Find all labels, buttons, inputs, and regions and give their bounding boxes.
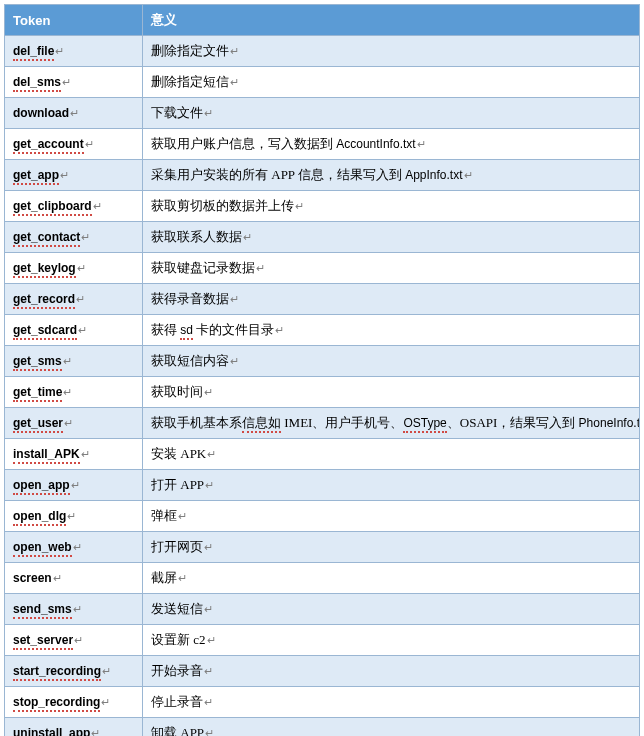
token-text: get_account (13, 137, 84, 154)
table-row: send_sms↵发送短信↵ (5, 594, 640, 625)
token-text: download (13, 106, 69, 120)
meaning-cell: 获取时间↵ (143, 377, 640, 408)
table-row: get_record↵获得录音数据↵ (5, 284, 640, 315)
meaning-cell: 获得 sd 卡的文件目录↵ (143, 315, 640, 346)
token-cell: open_web↵ (5, 532, 143, 563)
table-row: del_file↵删除指定文件↵ (5, 36, 640, 67)
token-cell: get_account↵ (5, 129, 143, 160)
token-text: set_server (13, 633, 73, 650)
token-cell: get_contact↵ (5, 222, 143, 253)
table-row: screen↵截屏↵ (5, 563, 640, 594)
token-cell: del_sms↵ (5, 67, 143, 98)
paragraph-mark-icon: ↵ (73, 603, 82, 615)
table-row: open_web↵打开网页↵ (5, 532, 640, 563)
table-row: set_server↵设置新 c2↵ (5, 625, 640, 656)
paragraph-mark-icon: ↵ (70, 107, 79, 119)
meaning-text: 卸载 APP (151, 725, 204, 736)
paragraph-mark-icon: ↵ (93, 200, 102, 212)
token-text: get_contact (13, 230, 80, 247)
meaning-cell: 获取联系人数据↵ (143, 222, 640, 253)
paragraph-mark-icon: ↵ (243, 231, 252, 243)
paragraph-mark-icon: ↵ (256, 262, 265, 274)
meaning-cell: 下载文件↵ (143, 98, 640, 129)
meaning-cell: 设置新 c2↵ (143, 625, 640, 656)
token-text: get_clipboard (13, 199, 92, 216)
token-text: get_time (13, 385, 62, 402)
token-text: uninstall_app (13, 726, 90, 736)
token-cell: get_user↵ (5, 408, 143, 439)
paragraph-mark-icon: ↵ (205, 479, 214, 491)
paragraph-mark-icon: ↵ (207, 634, 216, 646)
table-row: get_contact↵获取联系人数据↵ (5, 222, 640, 253)
paragraph-mark-icon: ↵ (295, 200, 304, 212)
meaning-cell: 删除指定短信↵ (143, 67, 640, 98)
token-text: send_sms (13, 602, 72, 619)
meaning-cell: 获得录音数据↵ (143, 284, 640, 315)
table-header-row: Token 意义 (5, 5, 640, 36)
paragraph-mark-icon: ↵ (101, 696, 110, 708)
token-cell: get_sms↵ (5, 346, 143, 377)
meaning-text: 设置新 c2 (151, 632, 206, 647)
meaning-cell: 获取短信内容↵ (143, 346, 640, 377)
token-cell: get_app↵ (5, 160, 143, 191)
meaning-text: 获取用户账户信息，写入数据到 AccountInfo.txt (151, 136, 416, 151)
paragraph-mark-icon: ↵ (85, 138, 94, 150)
meaning-text: 下载文件 (151, 105, 203, 120)
table-row: install_APK↵安装 APK↵ (5, 439, 640, 470)
meaning-text: 发送短信 (151, 601, 203, 616)
token-cell: screen↵ (5, 563, 143, 594)
table-row: stop_recording↵停止录音↵ (5, 687, 640, 718)
meaning-text: 获得 sd 卡的文件目录 (151, 322, 274, 337)
paragraph-mark-icon: ↵ (63, 355, 72, 367)
paragraph-mark-icon: ↵ (55, 45, 64, 57)
token-cell: download↵ (5, 98, 143, 129)
paragraph-mark-icon: ↵ (102, 665, 111, 677)
token-text: install_APK (13, 447, 80, 464)
meaning-cell: 弹框↵ (143, 501, 640, 532)
token-cell: get_record↵ (5, 284, 143, 315)
paragraph-mark-icon: ↵ (77, 262, 86, 274)
header-meaning: 意义 (143, 5, 640, 36)
token-text: get_record (13, 292, 75, 309)
paragraph-mark-icon: ↵ (78, 324, 87, 336)
table-row: get_sdcard↵获得 sd 卡的文件目录↵ (5, 315, 640, 346)
token-text: open_web (13, 540, 72, 557)
meaning-text: 删除指定文件 (151, 43, 229, 58)
token-text: get_sdcard (13, 323, 77, 340)
token-meaning-table: Token 意义 del_file↵删除指定文件↵del_sms↵删除指定短信↵… (4, 4, 640, 736)
token-text: stop_recording (13, 695, 100, 712)
token-text: get_user (13, 416, 63, 433)
meaning-cell: 获取剪切板的数据并上传↵ (143, 191, 640, 222)
token-text: del_sms (13, 75, 61, 92)
meaning-cell: 删除指定文件↵ (143, 36, 640, 67)
paragraph-mark-icon: ↵ (73, 541, 82, 553)
token-text: del_file (13, 44, 54, 61)
table-row: start_recording↵开始录音↵ (5, 656, 640, 687)
meaning-cell: 开始录音↵ (143, 656, 640, 687)
meaning-cell: 停止录音↵ (143, 687, 640, 718)
paragraph-mark-icon: ↵ (204, 665, 213, 677)
table-row: open_app↵打开 APP↵ (5, 470, 640, 501)
meaning-text: 获得录音数据 (151, 291, 229, 306)
token-cell: open_app↵ (5, 470, 143, 501)
paragraph-mark-icon: ↵ (204, 541, 213, 553)
token-text: screen (13, 571, 52, 585)
table-row: get_app↵采集用户安装的所有 APP 信息，结果写入到 AppInfo.t… (5, 160, 640, 191)
header-token: Token (5, 5, 143, 36)
paragraph-mark-icon: ↵ (91, 727, 100, 736)
paragraph-mark-icon: ↵ (207, 448, 216, 460)
meaning-text: 截屏 (151, 570, 177, 585)
token-cell: stop_recording↵ (5, 687, 143, 718)
meaning-cell: 打开 APP↵ (143, 470, 640, 501)
table-row: uninstall_app↵卸载 APP↵ (5, 718, 640, 737)
table-row: del_sms↵删除指定短信↵ (5, 67, 640, 98)
table-row: open_dlg↵弹框↵ (5, 501, 640, 532)
meaning-cell: 截屏↵ (143, 563, 640, 594)
paragraph-mark-icon: ↵ (178, 572, 187, 584)
meaning-text: 打开网页 (151, 539, 203, 554)
paragraph-mark-icon: ↵ (204, 386, 213, 398)
paragraph-mark-icon: ↵ (76, 293, 85, 305)
paragraph-mark-icon: ↵ (81, 448, 90, 460)
meaning-text: 删除指定短信 (151, 74, 229, 89)
token-cell: send_sms↵ (5, 594, 143, 625)
